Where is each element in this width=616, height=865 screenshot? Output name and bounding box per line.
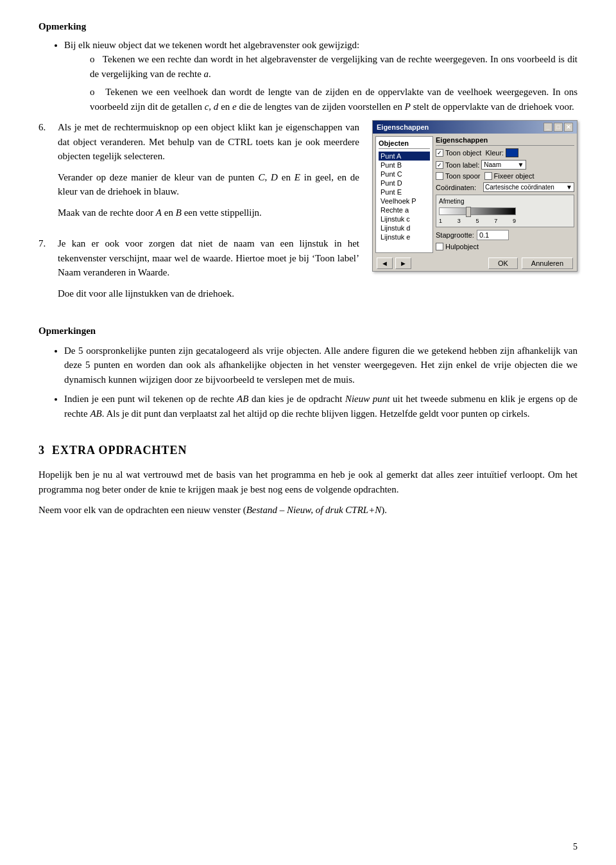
slider-row xyxy=(439,207,571,215)
item7-num: 7. xyxy=(38,236,51,307)
opmerkingen-section: Opmerkingen De 5 oorspronkelijke punten … xyxy=(38,324,578,421)
list-item-lijnstuk-d[interactable]: Lijnstuk d xyxy=(379,223,430,232)
next-btn[interactable]: ► xyxy=(395,258,411,269)
dialog-box: Eigenschappen _ □ ✕ Objecten Punt A Punt… xyxy=(372,120,578,272)
opmerkingen-bullet2: Indien je een punt wil tekenen op de rec… xyxy=(64,392,578,421)
list-item-punt-a[interactable]: Punt A xyxy=(379,152,430,161)
item7-p1: Je kan er ook voor zorgen dat niet de na… xyxy=(58,236,359,280)
dialog-minimize-btn[interactable]: _ xyxy=(543,123,552,132)
toon-object-label[interactable]: Toon object xyxy=(436,149,481,157)
dialog-title: Eigenschappen xyxy=(377,123,429,131)
toon-label-value: Naam xyxy=(484,161,501,168)
toon-spoor-text: Toon spoor xyxy=(445,172,480,180)
item7-numbered: 7. Je kan er ook voor zorgen dat niet de… xyxy=(38,236,359,307)
hulpobject-checkbox[interactable] xyxy=(436,243,443,250)
hulpobject-row: Hulpobject xyxy=(436,243,574,250)
opmerking-title: Opmerking xyxy=(38,19,578,34)
opmerking-bullet1: Bij elk nieuw object dat we tekenen word… xyxy=(64,38,578,114)
objecten-title: Objecten xyxy=(379,139,430,149)
stapgrootte-label: Stapgrootte: xyxy=(436,231,474,239)
toon-spoor-checkbox[interactable] xyxy=(436,172,443,180)
toon-object-row: Toon object Kleur: xyxy=(436,148,574,157)
slider-label-9: 9 xyxy=(513,218,516,224)
opmerkingen-bullet1: De 5 oorspronkelijke punten zijn gecatal… xyxy=(64,344,578,387)
list-item-punt-d[interactable]: Punt D xyxy=(379,179,430,188)
ok-button[interactable]: OK xyxy=(488,258,518,269)
toon-label-arrow: ▼ xyxy=(517,161,524,168)
list-item-punt-b[interactable]: Punt B xyxy=(379,161,430,170)
toon-label-dropdown[interactable]: Naam ▼ xyxy=(481,160,526,170)
toon-spoor-label[interactable]: Toon spoor xyxy=(436,172,480,180)
section3-title-text: Extra opdrachten xyxy=(52,444,187,457)
opmerkingen-list: De 5 oorspronkelijke punten zijn gecatal… xyxy=(64,344,578,421)
bullet1-text: Bij elk nieuw object dat we tekenen word… xyxy=(64,40,359,50)
item7-p2: Doe dit voor alle lijnstukken van de dri… xyxy=(58,286,359,301)
slider-label-1: 1 xyxy=(439,218,442,224)
coordinaten-arrow: ▼ xyxy=(566,184,572,191)
coordinaten-value: Cartesische coördinaten xyxy=(485,184,554,191)
page-content: Opmerking Bij elk nieuw object dat we te… xyxy=(38,19,578,518)
dialog-titlebar: Eigenschappen _ □ ✕ xyxy=(373,121,577,134)
opmerking-section: Opmerking Bij elk nieuw object dat we te… xyxy=(38,19,578,114)
dialog-objecten-panel: Objecten Punt A Punt B Punt C Punt D Pun… xyxy=(375,136,433,253)
slider-thumb[interactable] xyxy=(466,207,471,217)
section3: 3 Extra opdrachten Hopelijk ben je nu al… xyxy=(38,444,578,518)
fixeer-object-checkbox[interactable] xyxy=(484,172,492,180)
item6-section: 6. Als je met de rechtermuisknop op een … xyxy=(38,120,578,317)
stapgrootte-row: Stapgrootte: xyxy=(436,230,574,240)
item6-p3: Maak van de rechte door A en B een vette… xyxy=(58,205,359,220)
list-item-punt-c[interactable]: Punt C xyxy=(379,170,430,179)
hulpobject-text: Hulpobject xyxy=(445,243,479,250)
list-item-rechte-a[interactable]: Rechte a xyxy=(379,205,430,214)
eigenschappen-title: Eigenschappen xyxy=(436,136,574,146)
item6-p1: Als je met de rechtermuisknop op een obj… xyxy=(58,120,359,164)
kleur-swatch[interactable] xyxy=(506,148,518,157)
dialog-maximize-btn[interactable]: □ xyxy=(554,123,563,132)
toon-object-text: Toon object xyxy=(445,149,481,157)
item6-left: 6. Als je met de rechtermuisknop op een … xyxy=(38,120,359,317)
stapgrootte-input[interactable] xyxy=(477,230,509,240)
toon-object-checkbox[interactable] xyxy=(436,149,443,157)
dialog-eigenschappen-panel: Eigenschappen Toon object Kleur: xyxy=(436,136,574,253)
list-item-veelhoek-p[interactable]: Veelhoek P xyxy=(379,197,430,205)
coordinaten-row: Coördinaten: Cartesische coördinaten ▼ xyxy=(436,182,574,192)
prev-btn[interactable]: ◄ xyxy=(377,258,393,269)
coordinaten-dropdown[interactable]: Cartesische coördinaten ▼ xyxy=(483,182,574,192)
item6-p2: Verander op deze manier de kleur van de … xyxy=(58,170,359,199)
hulpobject-label[interactable]: Hulpobject xyxy=(436,243,479,250)
bullet1-sub1: o Tekenen we een rechte dan wordt in het… xyxy=(90,52,578,81)
list-item-lijnstuk-e[interactable]: Lijnstuk e xyxy=(379,232,430,241)
slider-label-7: 7 xyxy=(494,218,497,224)
ok-cancel-buttons: OK Annuleren xyxy=(488,258,573,269)
section3-num: 3 xyxy=(38,444,45,457)
item6-body: Als je met de rechtermuisknop op een obj… xyxy=(58,120,359,226)
section3-p1: Hopelijk ben je nu al wat vertrouwd met … xyxy=(38,467,578,496)
list-item-punt-e[interactable]: Punt E xyxy=(379,188,430,197)
afmeting-section: Afmeting 1 3 5 7 9 xyxy=(436,195,574,227)
toon-label-text: Toon label: xyxy=(445,161,479,169)
item6-num: 6. xyxy=(38,120,51,226)
dialog-titlebar-buttons: _ □ ✕ xyxy=(543,123,573,132)
afmeting-label: Afmeting xyxy=(439,198,571,205)
toon-label-row: Toon label: Naam ▼ xyxy=(436,160,574,170)
page-number: 5 xyxy=(573,842,578,852)
dialog-body: Objecten Punt A Punt B Punt C Punt D Pun… xyxy=(373,134,577,256)
section3-p2: Neem voor elk van de opdrachten een nieu… xyxy=(38,503,578,518)
slider-track[interactable] xyxy=(439,207,516,215)
list-item-lijnstuk-c[interactable]: Lijnstuk c xyxy=(379,214,430,223)
dialog-panel: Eigenschappen _ □ ✕ Objecten Punt A Punt… xyxy=(372,120,578,272)
opmerking-list: Bij elk nieuw object dat we tekenen word… xyxy=(64,38,578,114)
item6-numbered: 6. Als je met de rechtermuisknop op een … xyxy=(38,120,359,226)
toon-label-checkbox[interactable] xyxy=(436,161,443,169)
bullet1-sub2: o Tekenen we een veelhoek dan wordt de l… xyxy=(90,85,578,114)
fixeer-object-label[interactable]: Fixeer object xyxy=(484,172,535,180)
slider-label-3: 3 xyxy=(458,218,461,224)
annuleren-button[interactable]: Annuleren xyxy=(522,258,573,269)
toon-label-checkbox-label[interactable]: Toon label: xyxy=(436,161,479,169)
kleur-label: Kleur: xyxy=(485,149,504,157)
section3-title: 3 Extra opdrachten xyxy=(38,444,578,457)
dialog-close-btn[interactable]: ✕ xyxy=(564,123,573,132)
slider-label-5: 5 xyxy=(475,218,479,224)
nav-buttons: ◄ ► xyxy=(377,258,411,269)
opmerkingen-title: Opmerkingen xyxy=(38,324,578,338)
